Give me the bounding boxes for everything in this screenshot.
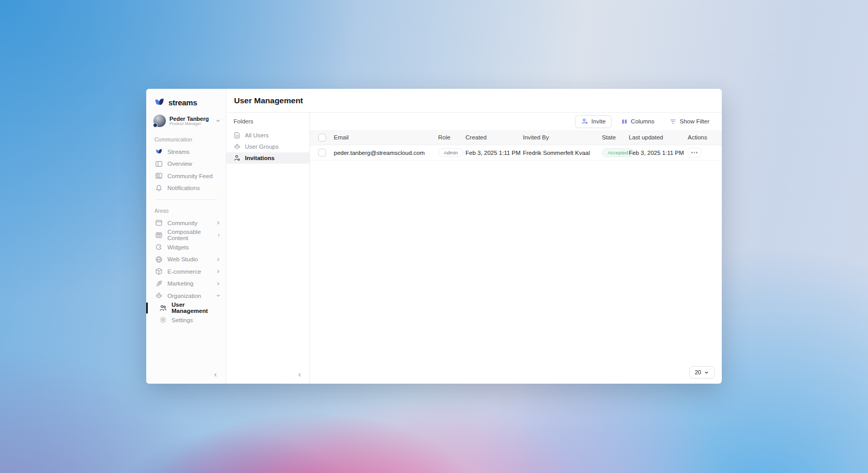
bell-icon: [155, 184, 163, 192]
sidebar-item-label: Overview: [167, 161, 192, 167]
chevron-left-icon: [213, 372, 218, 377]
sidebar-item-streams[interactable]: Streams: [146, 146, 226, 158]
sidebar-collapse-button[interactable]: [211, 370, 220, 380]
role-badge: Admin: [438, 148, 463, 157]
chevron-right-icon: [216, 220, 221, 225]
sidebar-item-community[interactable]: Community: [146, 217, 226, 229]
chevron-right-icon: [216, 269, 221, 274]
rocket-icon: [155, 280, 163, 288]
folder-item-label: User Groups: [245, 144, 278, 150]
document-icon: [234, 132, 241, 139]
avatar: [153, 115, 166, 127]
sidebar-item-settings[interactable]: Settings: [146, 314, 226, 326]
blocks-icon: [155, 231, 163, 239]
sidebar-item-label: Organization: [167, 293, 201, 299]
sidebar-item-marketing[interactable]: Marketing: [146, 278, 226, 290]
invite-button-label: Invite: [592, 118, 606, 124]
chevron-right-icon: [217, 233, 221, 238]
sidebar-item-community-feed[interactable]: Community Feed: [146, 170, 226, 182]
content: User Management Folders All Users User G…: [226, 89, 722, 384]
folder-item-invitations[interactable]: Invitations: [226, 152, 309, 164]
col-header-state[interactable]: State: [602, 134, 629, 140]
col-header-last-updated[interactable]: Last updated: [629, 134, 688, 140]
user-name: Peder Tanberg: [169, 116, 212, 122]
sidebar-item-label: E-commerce: [167, 269, 201, 275]
brand-logo: streams: [146, 96, 226, 108]
sidebar-item-label: User Management: [172, 302, 221, 314]
chevron-down-icon: [704, 370, 709, 375]
brand-name: streams: [168, 98, 197, 107]
sidebar-divider: [154, 199, 218, 200]
filter-icon: [670, 118, 676, 125]
people-group-icon: [234, 143, 241, 150]
folder-item-label: All Users: [245, 132, 269, 138]
chevron-down-icon: [216, 293, 221, 298]
sidebar-item-organization[interactable]: Organization: [146, 290, 226, 302]
sidebar-item-notifications[interactable]: Notifications: [146, 182, 226, 195]
cell-invited-by: Fredrik Sommerfelt Kvaal: [523, 150, 602, 156]
cell-email: peder.tanberg@streamscloud.com: [334, 150, 438, 156]
page-size-value: 20: [695, 369, 701, 375]
show-filter-button[interactable]: Show Filter: [663, 115, 716, 128]
users-icon: [159, 304, 167, 312]
chevron-right-icon: [216, 281, 221, 286]
columns-button[interactable]: Columns: [615, 115, 660, 128]
sidebar-item-label: Web Studio: [167, 256, 198, 262]
chevron-right-icon: [216, 257, 221, 262]
sidebar-item-ecommerce[interactable]: E-commerce: [146, 265, 226, 278]
streams-logo-icon: [155, 148, 163, 155]
sidebar-item-label: Widgets: [167, 244, 189, 250]
gear-icon: [159, 316, 167, 324]
sidebar-item-label: Community: [167, 220, 197, 226]
user-gear-icon: [234, 154, 241, 162]
user-menu[interactable]: Peder Tanberg Product Manager: [146, 113, 226, 129]
avatar-badge: [153, 123, 158, 128]
table-row[interactable]: peder.tanberg@streamscloud.com Admin Feb…: [310, 145, 722, 161]
folders-collapse-button[interactable]: [295, 370, 304, 380]
page-header: User Management: [226, 89, 722, 113]
main-panel: Invite Columns Show Filter Email Role: [310, 113, 722, 384]
row-actions-button[interactable]: [688, 148, 701, 157]
col-header-actions: Actions: [688, 134, 722, 140]
col-header-role[interactable]: Role: [438, 134, 466, 140]
section-label-areas: Areas: [146, 208, 226, 214]
user-role: Product Manager: [169, 122, 212, 127]
page-size-select[interactable]: 20: [689, 366, 715, 379]
folder-item-all-users[interactable]: All Users: [226, 130, 309, 141]
toolbar: Invite Columns Show Filter: [310, 113, 722, 130]
folder-item-user-groups[interactable]: User Groups: [226, 141, 309, 152]
sidebar-item-web-studio[interactable]: Web Studio: [146, 254, 226, 266]
page-title: User Management: [234, 96, 303, 105]
col-header-email[interactable]: Email: [334, 134, 438, 140]
sidebar-item-overview[interactable]: Overview: [146, 158, 226, 170]
app-window: streams Peder Tanberg Product Manager Co…: [146, 89, 722, 384]
invite-button[interactable]: Invite: [575, 115, 612, 128]
show-filter-button-label: Show Filter: [679, 118, 709, 124]
columns-icon: [621, 118, 628, 125]
folders-panel: Folders All Users User Groups: [226, 113, 310, 384]
sidebar-item-user-management[interactable]: User Management: [146, 302, 226, 314]
butterfly-logo-icon: [154, 98, 164, 107]
folder-square-icon: [155, 219, 163, 227]
chevron-left-icon: [297, 372, 302, 377]
sidebar-item-label: Settings: [172, 317, 193, 323]
col-header-invited-by[interactable]: Invited By: [523, 134, 602, 140]
cell-last-updated: Feb 3, 2025 1:11 PM: [629, 150, 688, 156]
sidebar-item-label: Community Feed: [167, 173, 213, 179]
row-checkbox[interactable]: [318, 149, 326, 156]
select-all-checkbox[interactable]: [318, 134, 326, 141]
section-label-communication: Communication: [146, 136, 226, 143]
people-group-icon: [155, 292, 163, 299]
col-header-created[interactable]: Created: [466, 134, 523, 140]
globe-icon: [155, 256, 163, 263]
folder-item-label: Invitations: [245, 155, 275, 161]
sidebar-item-widgets[interactable]: Widgets: [146, 241, 226, 254]
sidebar-item-label: Streams: [167, 149, 190, 155]
sidebar-item-label: Composable Content: [167, 229, 212, 241]
cell-created: Feb 3, 2025 1:11 PM: [466, 150, 523, 156]
folders-header: Folders: [226, 118, 309, 124]
feed-image-icon: [155, 172, 163, 180]
sidebar-item-composable-content[interactable]: Composable Content: [146, 229, 226, 242]
columns-button-label: Columns: [631, 118, 654, 124]
sidebar: streams Peder Tanberg Product Manager Co…: [146, 89, 226, 384]
